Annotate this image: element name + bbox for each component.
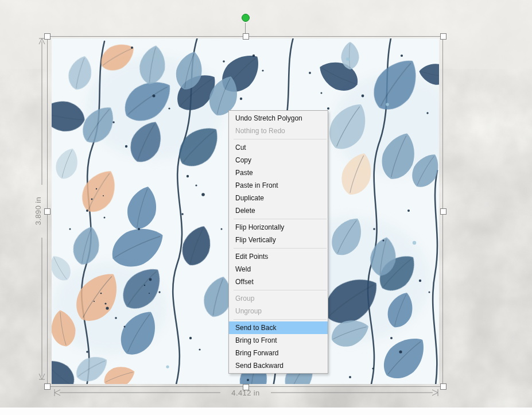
resize-handle-bottom-left[interactable]	[44, 383, 51, 390]
menu-item-bring-forward[interactable]: Bring Forward	[229, 347, 328, 359]
resize-handle-middle-right[interactable]	[440, 208, 446, 215]
menu-item-flip-vertically[interactable]: Flip Vertically	[229, 234, 328, 246]
menu-item-ungroup: Ungroup	[229, 305, 328, 317]
resize-handle-top-middle[interactable]	[243, 33, 249, 40]
menu-separator	[234, 139, 327, 139]
resize-handle-top-right[interactable]	[440, 33, 446, 40]
menu-item-copy[interactable]: Copy	[229, 154, 328, 166]
resize-handle-top-left[interactable]	[44, 33, 51, 40]
menu-item-delete[interactable]: Delete	[229, 204, 328, 217]
menu-item-flip-horizontally[interactable]: Flip Horizontally	[229, 221, 328, 234]
menu-item-nothing-to-redo: Nothing to Redo	[229, 125, 328, 137]
height-dimension-label: 3.890 in	[34, 188, 42, 234]
context-menu: Undo Stretch PolygonNothing to RedoCutCo…	[228, 110, 328, 374]
menu-item-bring-to-front[interactable]: Bring to Front	[229, 334, 328, 347]
app-screen: 4.412 in 3.890 in Undo Stretch PolygonNo…	[0, 0, 532, 415]
menu-item-paste-in-front[interactable]: Paste in Front	[229, 179, 328, 192]
menu-item-send-to-back[interactable]: Send to Back	[229, 321, 328, 334]
menu-separator	[234, 248, 327, 249]
menu-separator	[234, 319, 327, 320]
window-bottom-strip	[0, 408, 532, 415]
menu-item-undo-stretch-polygon[interactable]: Undo Stretch Polygon	[229, 112, 328, 125]
menu-item-offset[interactable]: Offset	[229, 276, 328, 288]
resize-handle-bottom-middle[interactable]	[243, 384, 249, 390]
menu-item-send-backward[interactable]: Send Backward	[229, 359, 328, 372]
rotate-handle-stem	[245, 23, 246, 33]
menu-item-group: Group	[229, 292, 328, 305]
menu-separator	[234, 290, 327, 290]
resize-handle-bottom-right[interactable]	[440, 383, 446, 390]
menu-item-paste[interactable]: Paste	[229, 166, 328, 179]
menu-separator	[234, 219, 327, 219]
menu-item-weld[interactable]: Weld	[229, 263, 328, 276]
menu-item-duplicate[interactable]: Duplicate	[229, 192, 328, 204]
menu-item-cut[interactable]: Cut	[229, 141, 328, 154]
rotate-handle[interactable]	[242, 14, 250, 22]
menu-item-edit-points[interactable]: Edit Points	[229, 250, 328, 263]
resize-handle-middle-left[interactable]	[44, 208, 51, 215]
